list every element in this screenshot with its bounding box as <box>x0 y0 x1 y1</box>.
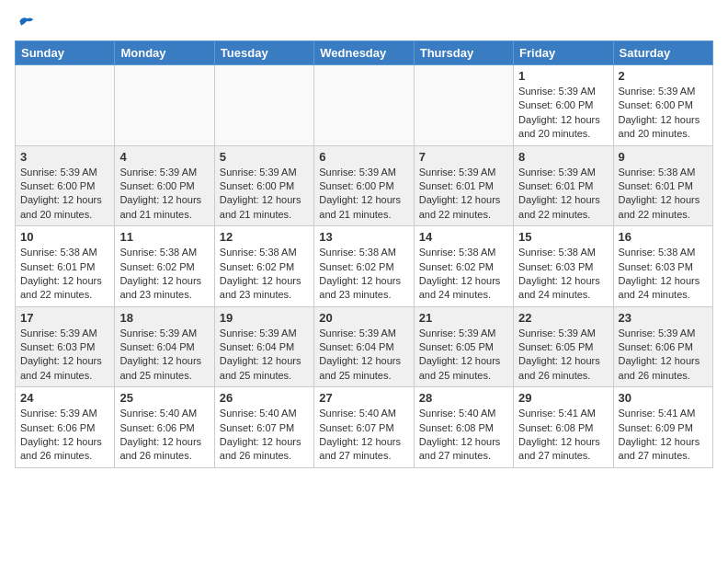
calendar-day-cell: 18Sunrise: 5:39 AM Sunset: 6:04 PM Dayli… <box>115 306 214 387</box>
calendar-day-cell: 17Sunrise: 5:39 AM Sunset: 6:03 PM Dayli… <box>16 306 115 387</box>
day-info: Sunrise: 5:41 AM Sunset: 6:08 PM Dayligh… <box>518 408 600 461</box>
day-number: 7 <box>419 150 508 164</box>
day-number: 2 <box>619 69 708 83</box>
day-number: 27 <box>319 391 408 405</box>
calendar-day-cell <box>115 65 214 146</box>
calendar-week-row: 3Sunrise: 5:39 AM Sunset: 6:00 PM Daylig… <box>16 145 713 226</box>
day-info: Sunrise: 5:39 AM Sunset: 6:04 PM Dayligh… <box>220 327 301 381</box>
day-number: 24 <box>20 391 109 405</box>
calendar-day-cell: 7Sunrise: 5:39 AM Sunset: 6:01 PM Daylig… <box>414 145 513 226</box>
day-number: 5 <box>220 150 309 164</box>
day-number: 12 <box>220 230 309 244</box>
calendar-day-cell: 15Sunrise: 5:38 AM Sunset: 6:03 PM Dayli… <box>514 226 613 307</box>
calendar-day-cell: 2Sunrise: 5:39 AM Sunset: 6:00 PM Daylig… <box>613 65 712 146</box>
day-info: Sunrise: 5:39 AM Sunset: 6:00 PM Dayligh… <box>319 167 401 220</box>
day-number: 29 <box>518 391 608 405</box>
day-number: 23 <box>619 311 708 325</box>
day-info: Sunrise: 5:39 AM Sunset: 6:04 PM Dayligh… <box>119 327 201 381</box>
day-number: 22 <box>518 311 608 325</box>
calendar-table: SundayMondayTuesdayWednesdayThursdayFrid… <box>15 40 713 468</box>
day-number: 19 <box>220 311 309 325</box>
calendar-day-cell: 25Sunrise: 5:40 AM Sunset: 6:06 PM Dayli… <box>115 387 214 468</box>
day-info: Sunrise: 5:38 AM Sunset: 6:02 PM Dayligh… <box>220 247 301 300</box>
calendar-week-row: 1Sunrise: 5:39 AM Sunset: 6:00 PM Daylig… <box>16 65 713 146</box>
page-header <box>15 15 713 33</box>
day-info: Sunrise: 5:39 AM Sunset: 6:00 PM Dayligh… <box>220 167 301 220</box>
calendar-week-row: 10Sunrise: 5:38 AM Sunset: 6:01 PM Dayli… <box>16 226 713 307</box>
logo-bird-icon <box>17 15 35 33</box>
day-number: 1 <box>518 69 608 83</box>
day-number: 15 <box>518 230 608 244</box>
calendar-day-cell: 14Sunrise: 5:38 AM Sunset: 6:02 PM Dayli… <box>414 226 513 307</box>
calendar-day-cell: 29Sunrise: 5:41 AM Sunset: 6:08 PM Dayli… <box>514 387 613 468</box>
calendar-day-cell: 1Sunrise: 5:39 AM Sunset: 6:00 PM Daylig… <box>514 65 613 146</box>
day-info: Sunrise: 5:39 AM Sunset: 6:00 PM Dayligh… <box>518 86 600 139</box>
calendar-day-cell: 30Sunrise: 5:41 AM Sunset: 6:09 PM Dayli… <box>613 387 712 468</box>
calendar-day-cell <box>214 65 313 146</box>
day-number: 10 <box>20 230 109 244</box>
day-number: 14 <box>419 230 508 244</box>
day-info: Sunrise: 5:40 AM Sunset: 6:07 PM Dayligh… <box>319 408 401 461</box>
day-info: Sunrise: 5:39 AM Sunset: 6:06 PM Dayligh… <box>619 327 700 381</box>
calendar-day-cell: 16Sunrise: 5:38 AM Sunset: 6:03 PM Dayli… <box>613 226 712 307</box>
calendar-day-cell: 20Sunrise: 5:39 AM Sunset: 6:04 PM Dayli… <box>314 306 414 387</box>
day-info: Sunrise: 5:39 AM Sunset: 6:03 PM Dayligh… <box>20 327 102 381</box>
calendar-day-cell: 22Sunrise: 5:39 AM Sunset: 6:05 PM Dayli… <box>514 306 613 387</box>
day-number: 21 <box>419 311 508 325</box>
day-number: 26 <box>220 391 309 405</box>
weekday-header-thursday: Thursday <box>414 41 513 65</box>
day-number: 3 <box>20 150 109 164</box>
calendar-day-cell: 12Sunrise: 5:38 AM Sunset: 6:02 PM Dayli… <box>214 226 313 307</box>
day-number: 28 <box>419 391 508 405</box>
calendar-day-cell: 27Sunrise: 5:40 AM Sunset: 6:07 PM Dayli… <box>314 387 414 468</box>
day-info: Sunrise: 5:38 AM Sunset: 6:03 PM Dayligh… <box>619 247 700 300</box>
day-info: Sunrise: 5:38 AM Sunset: 6:02 PM Dayligh… <box>319 247 401 300</box>
day-number: 20 <box>319 311 408 325</box>
day-number: 13 <box>319 230 408 244</box>
weekday-header-sunday: Sunday <box>16 41 115 65</box>
calendar-week-row: 17Sunrise: 5:39 AM Sunset: 6:03 PM Dayli… <box>16 306 713 387</box>
calendar-day-cell: 13Sunrise: 5:38 AM Sunset: 6:02 PM Dayli… <box>314 226 414 307</box>
day-number: 9 <box>619 150 708 164</box>
calendar-day-cell: 5Sunrise: 5:39 AM Sunset: 6:00 PM Daylig… <box>214 145 313 226</box>
day-info: Sunrise: 5:39 AM Sunset: 6:00 PM Dayligh… <box>619 86 700 139</box>
day-info: Sunrise: 5:38 AM Sunset: 6:01 PM Dayligh… <box>619 167 700 220</box>
calendar-day-cell: 24Sunrise: 5:39 AM Sunset: 6:06 PM Dayli… <box>16 387 115 468</box>
calendar-day-cell: 11Sunrise: 5:38 AM Sunset: 6:02 PM Dayli… <box>115 226 214 307</box>
day-info: Sunrise: 5:39 AM Sunset: 6:01 PM Dayligh… <box>518 167 600 220</box>
day-info: Sunrise: 5:40 AM Sunset: 6:06 PM Dayligh… <box>119 408 201 461</box>
logo <box>15 15 35 33</box>
day-info: Sunrise: 5:40 AM Sunset: 6:08 PM Dayligh… <box>419 408 501 461</box>
calendar-day-cell: 9Sunrise: 5:38 AM Sunset: 6:01 PM Daylig… <box>613 145 712 226</box>
calendar-header-row: SundayMondayTuesdayWednesdayThursdayFrid… <box>16 41 713 65</box>
day-number: 17 <box>20 311 109 325</box>
day-info: Sunrise: 5:40 AM Sunset: 6:07 PM Dayligh… <box>220 408 301 461</box>
calendar-day-cell: 26Sunrise: 5:40 AM Sunset: 6:07 PM Dayli… <box>214 387 313 468</box>
calendar-day-cell: 19Sunrise: 5:39 AM Sunset: 6:04 PM Dayli… <box>214 306 313 387</box>
day-info: Sunrise: 5:38 AM Sunset: 6:03 PM Dayligh… <box>518 247 600 300</box>
weekday-header-saturday: Saturday <box>613 41 712 65</box>
calendar-day-cell <box>314 65 414 146</box>
weekday-header-tuesday: Tuesday <box>214 41 313 65</box>
calendar-day-cell: 10Sunrise: 5:38 AM Sunset: 6:01 PM Dayli… <box>16 226 115 307</box>
calendar-day-cell: 21Sunrise: 5:39 AM Sunset: 6:05 PM Dayli… <box>414 306 513 387</box>
day-number: 18 <box>119 311 209 325</box>
day-info: Sunrise: 5:38 AM Sunset: 6:02 PM Dayligh… <box>419 247 501 300</box>
calendar-day-cell: 3Sunrise: 5:39 AM Sunset: 6:00 PM Daylig… <box>16 145 115 226</box>
day-number: 11 <box>119 230 209 244</box>
day-info: Sunrise: 5:39 AM Sunset: 6:04 PM Dayligh… <box>319 327 401 381</box>
calendar-day-cell <box>414 65 513 146</box>
day-number: 6 <box>319 150 408 164</box>
day-number: 25 <box>119 391 209 405</box>
day-info: Sunrise: 5:39 AM Sunset: 6:06 PM Dayligh… <box>20 408 102 461</box>
weekday-header-wednesday: Wednesday <box>314 41 414 65</box>
calendar-day-cell: 28Sunrise: 5:40 AM Sunset: 6:08 PM Dayli… <box>414 387 513 468</box>
calendar-day-cell: 8Sunrise: 5:39 AM Sunset: 6:01 PM Daylig… <box>514 145 613 226</box>
day-info: Sunrise: 5:38 AM Sunset: 6:01 PM Dayligh… <box>20 247 102 300</box>
calendar-day-cell: 23Sunrise: 5:39 AM Sunset: 6:06 PM Dayli… <box>613 306 712 387</box>
day-info: Sunrise: 5:39 AM Sunset: 6:05 PM Dayligh… <box>419 327 501 381</box>
weekday-header-monday: Monday <box>115 41 214 65</box>
calendar-day-cell: 4Sunrise: 5:39 AM Sunset: 6:00 PM Daylig… <box>115 145 214 226</box>
calendar-day-cell: 6Sunrise: 5:39 AM Sunset: 6:00 PM Daylig… <box>314 145 414 226</box>
day-info: Sunrise: 5:39 AM Sunset: 6:01 PM Dayligh… <box>419 167 501 220</box>
